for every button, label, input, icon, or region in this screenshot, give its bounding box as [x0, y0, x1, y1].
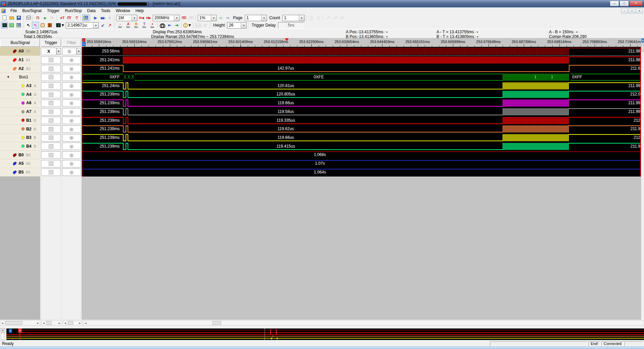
signal-cell-a1[interactable]: A1A1 [0, 56, 40, 65]
signal-cell-a6[interactable]: A6A [0, 99, 40, 108]
waveform-row-b4[interactable]: 251.239ms119.415us211.9 [82, 142, 641, 151]
trigger-setting-box[interactable] [41, 82, 61, 90]
waveform-row-b0[interactable]: 1.068s [82, 151, 641, 159]
overview-trigger-marker[interactable]: T [18, 328, 22, 333]
waveform-row-a4[interactable]: 251.239ms120.805us212.0 [82, 90, 641, 99]
stack-back-button[interactable]: ◫ [315, 14, 322, 21]
repeat-run-button[interactable]: ▶▶ [99, 14, 106, 21]
signal-cell-a0[interactable]: A0A0 [0, 47, 40, 56]
trigger-cell-a3[interactable] [40, 82, 61, 90]
waveform-row-a5[interactable]: 1.07s [82, 159, 641, 168]
filter-setting-box[interactable]: ⊗ [62, 125, 81, 133]
filter-header[interactable]: Filter [62, 39, 81, 47]
trigger-scroll-thumb[interactable] [46, 321, 52, 325]
filter-setting-box[interactable]: ⊗ [62, 91, 81, 98]
waveform-hscrollbar[interactable]: ◀ [83, 320, 644, 325]
waveform-row-bus1[interactable]: ╳╳╳))0XFF0XFE0XFF [82, 73, 641, 82]
chevron-down-icon[interactable]: ▼ [174, 15, 179, 21]
wave-display-button[interactable]: ▼ [56, 22, 65, 29]
overview-view-cursor[interactable] [265, 328, 265, 340]
filter-setting-box[interactable]: ⊗ [62, 108, 81, 116]
trigger-setting-box[interactable] [41, 100, 61, 107]
filter-cell-b4[interactable]: ⊗ [61, 142, 82, 151]
trigger-setting-box[interactable] [41, 160, 61, 167]
start-marker-icon[interactable]: s [82, 42, 86, 46]
panel-hscrollbar[interactable]: ◀ ▶ [0, 320, 40, 325]
signal-cell-a2[interactable]: A2A2 [0, 64, 40, 73]
goto-start-button[interactable]: ⇤ [166, 22, 173, 29]
menu-data[interactable]: Data [84, 8, 98, 14]
signal-row-a0[interactable]: A0A0X▼⊗▼ [0, 47, 82, 56]
bus-collapse-button[interactable]: ⇅ [202, 22, 209, 29]
signal-row-b5[interactable]: B5B5⊗ [0, 168, 82, 177]
trigger-setting-box[interactable] [41, 56, 61, 64]
signal-row-b2[interactable]: B2B⊗ [0, 125, 82, 133]
signal-cell-b1[interactable]: B1B [0, 116, 40, 125]
trigger-cell-a5[interactable] [40, 159, 61, 168]
signal-cell-b4[interactable]: B4B [0, 142, 40, 151]
menu-trigger[interactable]: Trigger [44, 8, 62, 14]
menu-window[interactable]: Window [113, 8, 133, 14]
signal-row-a3[interactable]: A3A⊗ [0, 82, 82, 90]
count-combo[interactable]: 1 ▼ [282, 15, 305, 21]
filter-setting-box[interactable]: ⊗ [62, 100, 81, 107]
bar-button-T[interactable]: TBar [140, 22, 148, 29]
filter-cell-b5[interactable]: ⊗ [61, 168, 82, 177]
print-button[interactable] [25, 14, 32, 21]
menu-bus-signal[interactable]: Bus/Signal [19, 8, 44, 14]
signal-cell-b5[interactable]: B5B5 [0, 168, 40, 177]
maximize-button[interactable]: □ [619, 1, 629, 6]
collapse-triangle-icon[interactable]: ▼ [7, 75, 10, 79]
bar-button-A[interactable]: ABar [124, 22, 132, 29]
trigger-cell-b3[interactable] [40, 133, 61, 142]
stack-front-button[interactable]: ◫ [308, 14, 315, 21]
chevron-down-icon[interactable]: ▼ [475, 31, 478, 33]
chevron-down-icon[interactable]: ▼ [261, 15, 267, 21]
trigger-setting-box[interactable] [41, 125, 61, 133]
bar-button-B[interactable]: BBar [132, 22, 140, 29]
signal-cell-bus1[interactable]: ▼Bus1 [0, 73, 40, 82]
select-cursor-button[interactable]: ↖ [32, 22, 39, 29]
module-b-button[interactable]: ☍ [332, 14, 339, 21]
trigger-setting-box[interactable] [41, 91, 61, 98]
chevron-down-icon[interactable]: ▼ [299, 15, 304, 21]
trigger-cell-a0[interactable]: X▼ [40, 47, 61, 56]
signal-cell-a7[interactable]: A7A [0, 108, 40, 116]
trigger-flag-icon[interactable] [82, 38, 85, 42]
waveform-scroll-thumb[interactable] [213, 321, 221, 325]
signal-row-b4[interactable]: B4B⊗ [0, 142, 82, 151]
scroll-left-icon[interactable]: ◀ [84, 322, 88, 324]
signal-row-b3[interactable]: B3B⊗ [0, 133, 82, 142]
chevron-down-icon[interactable]: ▼ [475, 36, 479, 38]
sample-rate-combo[interactable]: 200MHz ▼ [153, 15, 180, 21]
waveform-row-a3[interactable]: 251.24ms120.81us211.99 [82, 82, 641, 90]
filter-hscrollbar[interactable]: ◀ ▶ [63, 320, 82, 325]
trigger-cell-b0[interactable] [40, 151, 61, 159]
minimize-button[interactable]: – [610, 1, 619, 6]
trigger-properties-button[interactable] [82, 14, 89, 21]
scroll-left-icon[interactable]: ◀ [0, 322, 4, 324]
filter-cell-a4[interactable]: ⊗ [61, 90, 82, 99]
trigger-cell-b2[interactable] [40, 125, 61, 133]
scroll-right-icon[interactable]: ▶ [57, 322, 61, 324]
analog-view-button[interactable] [46, 22, 53, 29]
bus-expand-button[interactable]: BUS [195, 22, 202, 29]
scroll-right-icon[interactable]: ▶ [78, 322, 82, 324]
trigger-cell-b4[interactable] [40, 142, 61, 151]
normal-cursor-button[interactable]: ↖ [25, 22, 32, 29]
trigger-setting-box[interactable] [41, 151, 61, 159]
zoom-in-button[interactable]: ↙ [99, 22, 106, 29]
panel-scroll-thumb[interactable] [5, 321, 22, 325]
waveform-row-a6[interactable]: 251.239ms119.66us211.99 [82, 99, 641, 108]
width-trigger-button[interactable]: ■↓ [42, 14, 49, 21]
menu-run-stop[interactable]: Run/Stop [62, 8, 84, 14]
chevron-down-icon[interactable]: ▼ [61, 23, 65, 28]
signal-row-a6[interactable]: A6A⊗ [0, 99, 82, 108]
trigger-mark-a-button[interactable]: ✦T [58, 14, 65, 21]
chevron-down-icon[interactable]: ▼ [132, 15, 137, 21]
filter-setting-box[interactable]: ⊗ [62, 134, 81, 142]
time-ruler[interactable]: s 253.558416ms253.569164ms253.579912ms25… [82, 38, 641, 47]
scroll-up-icon[interactable]: ▲ [641, 38, 644, 43]
a-t-readout[interactable]: A - T = 13.413755ms▼ [436, 30, 478, 34]
event-trigger-button[interactable]: Π↓ [49, 14, 56, 21]
